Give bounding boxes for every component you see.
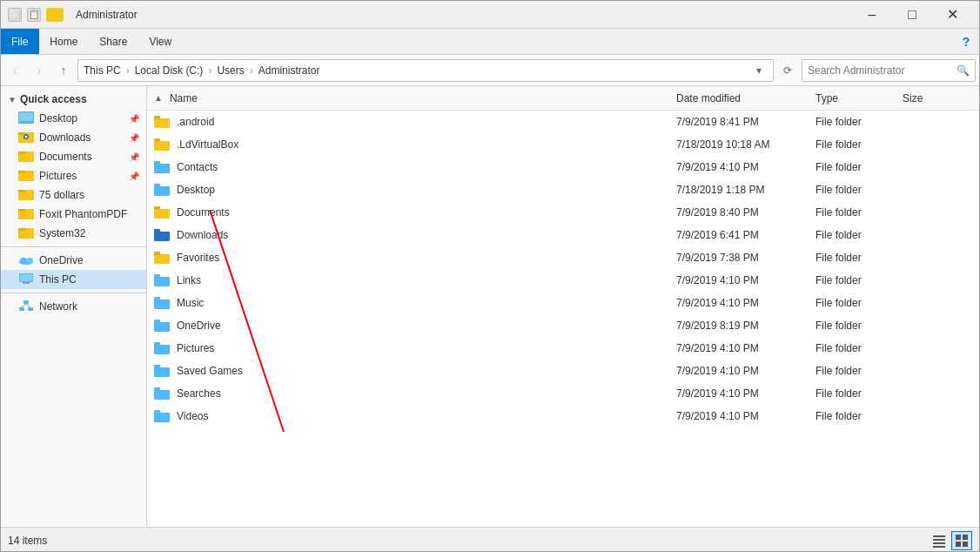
tab-home[interactable]: Home bbox=[39, 29, 89, 54]
forward-button[interactable]: › bbox=[29, 60, 50, 81]
network-icon bbox=[18, 300, 34, 313]
file-type: File folder bbox=[816, 116, 903, 128]
table-row[interactable]: .android 7/9/2019 8:41 PM File folder bbox=[147, 111, 979, 133]
svg-rect-50 bbox=[154, 274, 160, 278]
table-row[interactable]: Pictures 7/9/2019 4:10 PM File folder bbox=[147, 337, 979, 360]
address-dropdown[interactable]: ▾ bbox=[750, 64, 768, 77]
75dollars-icon bbox=[18, 188, 34, 202]
quick-access-header[interactable]: ▼ Quick access bbox=[1, 90, 146, 109]
svg-rect-73 bbox=[956, 535, 961, 540]
svg-line-26 bbox=[26, 304, 30, 307]
table-row[interactable]: Desktop 7/18/2019 1:18 PM File folder bbox=[147, 178, 979, 201]
sidebar-75dollars-label: 75 dollars bbox=[39, 189, 84, 201]
sidebar-downloads-label: Downloads bbox=[39, 131, 91, 144]
crumb-thispc[interactable]: This PC bbox=[84, 64, 121, 77]
col-size[interactable]: Size bbox=[903, 92, 972, 104]
table-row[interactable]: Documents 7/9/2019 8:40 PM File folder bbox=[147, 201, 979, 224]
sidebar-documents-label: Documents bbox=[39, 151, 92, 163]
crumb-users[interactable]: Users bbox=[217, 64, 244, 77]
refresh-button[interactable]: ⟳ bbox=[777, 60, 798, 81]
file-type: File folder bbox=[816, 206, 903, 219]
close-button[interactable]: ✕ bbox=[932, 1, 972, 29]
svg-rect-44 bbox=[154, 229, 160, 232]
file-icon bbox=[154, 183, 170, 197]
crumb-localdisk[interactable]: Local Disk (C:) bbox=[135, 64, 204, 77]
svg-rect-53 bbox=[154, 297, 160, 300]
svg-rect-23 bbox=[19, 307, 24, 311]
table-row[interactable]: Downloads 7/9/2019 6:41 PM File folder bbox=[147, 224, 979, 246]
tab-share[interactable]: Share bbox=[89, 29, 138, 54]
pictures-icon bbox=[18, 169, 34, 183]
table-row[interactable]: Links 7/9/2019 4:10 PM File folder bbox=[147, 269, 979, 292]
search-input[interactable] bbox=[808, 64, 957, 77]
sidebar-item-downloads[interactable]: Downloads 📌 bbox=[1, 128, 146, 147]
svg-rect-15 bbox=[18, 228, 25, 231]
maximize-button[interactable]: □ bbox=[892, 1, 932, 29]
file-type: File folder bbox=[816, 184, 903, 196]
pin-icon: 📌 bbox=[129, 114, 139, 124]
sidebar: ▼ Quick access Desktop 📌 Downloads 📌 bbox=[1, 86, 147, 527]
tab-view[interactable]: View bbox=[138, 29, 183, 54]
sidebar-onedrive-label: OneDrive bbox=[39, 254, 84, 266]
table-row[interactable]: .LdVirtualBox 7/18/2019 10:18 AM File fo… bbox=[147, 133, 979, 156]
file-name: Music bbox=[177, 297, 676, 309]
file-list: .android 7/9/2019 8:41 PM File folder .L… bbox=[147, 111, 979, 427]
details-view-button[interactable] bbox=[929, 531, 950, 550]
table-row[interactable]: Music 7/9/2019 4:10 PM File folder bbox=[147, 292, 979, 314]
sidebar-item-documents[interactable]: Documents 📌 bbox=[1, 147, 146, 166]
file-icon bbox=[154, 273, 170, 287]
address-bar[interactable]: This PC › Local Disk (C:) › Users › Admi… bbox=[77, 59, 774, 82]
svg-rect-20 bbox=[20, 274, 32, 281]
svg-rect-11 bbox=[18, 190, 25, 192]
file-name: Pictures bbox=[177, 342, 676, 354]
search-box: 🔍 bbox=[802, 59, 976, 82]
svg-rect-56 bbox=[154, 320, 160, 323]
up-button[interactable]: ↑ bbox=[53, 60, 74, 81]
sort-arrow: ▲ bbox=[154, 93, 163, 103]
table-row[interactable]: Saved Games 7/9/2019 4:10 PM File folder bbox=[147, 360, 979, 382]
table-row[interactable]: OneDrive 7/9/2019 8:19 PM File folder bbox=[147, 314, 979, 337]
file-type: File folder bbox=[816, 342, 903, 354]
search-icon[interactable]: 🔍 bbox=[957, 64, 970, 77]
svg-rect-38 bbox=[154, 184, 160, 187]
file-type: File folder bbox=[816, 161, 903, 173]
pin-icon3: 📌 bbox=[129, 152, 139, 162]
file-type: File folder bbox=[816, 229, 903, 241]
table-row[interactable]: Videos 7/9/2019 4:10 PM File folder bbox=[147, 405, 979, 427]
sidebar-item-pictures[interactable]: Pictures 📌 bbox=[1, 166, 146, 185]
table-row[interactable]: Favorites 7/9/2019 7:38 PM File folder bbox=[147, 246, 979, 269]
table-row[interactable]: Contacts 7/9/2019 4:10 PM File folder bbox=[147, 156, 979, 178]
sidebar-item-75dollars[interactable]: 75 dollars bbox=[1, 185, 146, 205]
sidebar-item-network[interactable]: Network bbox=[1, 297, 146, 316]
sidebar-item-desktop[interactable]: Desktop 📌 bbox=[1, 109, 146, 128]
sidebar-item-thispc[interactable]: This PC bbox=[1, 270, 146, 289]
item-count: 14 items bbox=[8, 535, 47, 547]
sidebar-item-foxit[interactable]: Foxit PhantomPDF bbox=[1, 205, 146, 224]
minimize-button[interactable]: – bbox=[852, 1, 892, 29]
col-type[interactable]: Type bbox=[816, 92, 903, 104]
svg-rect-59 bbox=[154, 342, 160, 346]
file-icon bbox=[154, 296, 170, 310]
file-icon bbox=[154, 160, 170, 174]
file-date: 7/9/2019 8:19 PM bbox=[676, 320, 816, 332]
sidebar-item-onedrive[interactable]: OneDrive bbox=[1, 251, 146, 270]
file-date: 7/9/2019 4:10 PM bbox=[676, 410, 816, 422]
table-row[interactable]: Searches 7/9/2019 4:10 PM File folder bbox=[147, 382, 979, 405]
svg-rect-21 bbox=[23, 282, 30, 284]
back-button[interactable]: ‹ bbox=[4, 60, 25, 81]
file-type: File folder bbox=[816, 138, 903, 151]
crumb-administrator[interactable]: Administrator bbox=[258, 64, 320, 77]
tab-file[interactable]: File bbox=[1, 29, 39, 54]
svg-rect-1 bbox=[19, 112, 33, 121]
svg-line-25 bbox=[22, 304, 26, 307]
file-name: Documents bbox=[177, 206, 676, 219]
quick-access-icon[interactable]: 📋 bbox=[27, 8, 41, 22]
col-date[interactable]: Date modified bbox=[676, 92, 816, 104]
svg-point-17 bbox=[20, 258, 27, 263]
col-name[interactable]: Name bbox=[170, 92, 676, 104]
file-name: Downloads bbox=[177, 229, 676, 241]
chevron-icon: ▼ bbox=[8, 95, 17, 104]
sidebar-item-system32[interactable]: System32 bbox=[1, 224, 146, 243]
large-icons-view-button[interactable] bbox=[951, 531, 972, 550]
help-button[interactable]: ? bbox=[953, 29, 979, 54]
